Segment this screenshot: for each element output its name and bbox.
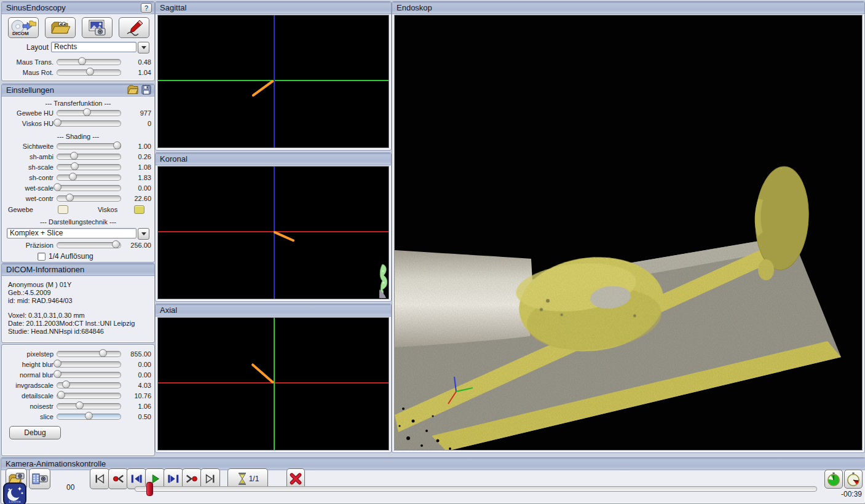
- slider-thumb[interactable]: [83, 108, 91, 116]
- technique-row: Komplex + Slice: [2, 227, 154, 238]
- slider-track[interactable]: [57, 143, 121, 149]
- slider-track[interactable]: [57, 185, 121, 191]
- slider-track[interactable]: [57, 69, 121, 76]
- slider-row: height blur 0.00: [2, 360, 154, 369]
- slider-row: pixelstep 855.00: [2, 349, 154, 359]
- slider-thumb[interactable]: [62, 380, 70, 388]
- technique-dropdown-value[interactable]: Komplex + Slice: [7, 228, 136, 238]
- record-forward-icon: [185, 472, 199, 486]
- slider-value: 0: [124, 120, 151, 127]
- slider-value: 4.03: [124, 382, 151, 389]
- slider-track[interactable]: [57, 351, 121, 357]
- slider-row: invgradscale 4.03: [2, 380, 154, 390]
- slider-thumb[interactable]: [112, 240, 120, 248]
- mouse-sliders: Maus Trans. 0.48 Maus Rot. 1.04: [2, 52, 154, 77]
- debug-button[interactable]: Debug: [9, 426, 61, 439]
- record-movie-button[interactable]: [29, 468, 50, 489]
- slider-track[interactable]: [57, 154, 121, 160]
- slider-track[interactable]: [57, 372, 121, 378]
- axial-title: Axial: [160, 305, 177, 315]
- luxinia-logo: Luxinia: [3, 482, 26, 504]
- slider-row: sh-ambi 0.26: [2, 152, 154, 162]
- slider-track[interactable]: [57, 195, 121, 202]
- timer-elapsed-button[interactable]: [824, 470, 843, 489]
- slider-track[interactable]: [57, 382, 121, 388]
- gewebe-color-button[interactable]: [58, 205, 68, 214]
- slider-thumb[interactable]: [53, 370, 61, 378]
- settings-panel: Einstellungen --- Transferfunktion --- G…: [1, 84, 155, 262]
- slider-row: wet-contr 22.60: [2, 194, 154, 203]
- slider-label: Maus Trans.: [2, 58, 53, 66]
- slider-value: 1.83: [124, 174, 151, 181]
- skip-start-icon: [93, 472, 106, 486]
- slider-track[interactable]: [57, 403, 121, 409]
- slider-value: 977: [124, 109, 151, 117]
- timer-red-icon: [847, 472, 860, 487]
- main-panel-titlebar: SinusEndoscopy ?: [2, 2, 154, 14]
- slider-label: normal blur: [2, 371, 53, 379]
- slider-track[interactable]: [57, 393, 121, 399]
- slider-row: Präzision 256.00: [2, 240, 154, 250]
- save-image-button[interactable]: [82, 17, 113, 38]
- koronal-viewport[interactable]: [157, 166, 389, 299]
- technique-dropdown-arrow-button[interactable]: [138, 228, 149, 240]
- slider-track[interactable]: [57, 414, 121, 420]
- endoscope-viewport[interactable]: [394, 15, 863, 451]
- slider-thumb[interactable]: [86, 68, 94, 76]
- slider-track[interactable]: [57, 59, 121, 65]
- help-button[interactable]: ?: [141, 3, 152, 13]
- slider-thumb[interactable]: [66, 194, 74, 202]
- slider-thumb[interactable]: [70, 152, 78, 160]
- slider-track[interactable]: [57, 242, 121, 248]
- slider-value: 0.26: [124, 153, 151, 160]
- slider-thumb[interactable]: [85, 412, 93, 420]
- layout-label: Layout: [2, 43, 51, 52]
- record-back-button[interactable]: [108, 468, 128, 489]
- slider-thumb[interactable]: [57, 391, 65, 399]
- slider-row: Maus Rot. 1.04: [2, 68, 154, 77]
- skip-start-button[interactable]: [90, 468, 109, 489]
- animation-title: Kamera-Animationskontrolle: [6, 459, 106, 468]
- timeline-playhead[interactable]: [146, 482, 153, 496]
- animation-panel: Kamera-Animationskontrolle: [1, 457, 865, 504]
- render-fragment: [374, 262, 389, 299]
- slider-track[interactable]: [57, 164, 121, 170]
- slider-thumb[interactable]: [69, 173, 77, 181]
- quarter-resolution-checkbox[interactable]: [38, 253, 45, 261]
- slider-thumb[interactable]: [99, 349, 107, 357]
- layout-dropdown[interactable]: Rechts: [51, 42, 149, 52]
- slider-thumb[interactable]: [71, 162, 79, 170]
- technique-dropdown[interactable]: Komplex + Slice: [7, 228, 149, 238]
- timer-remaining-button[interactable]: [844, 470, 863, 489]
- slider-thumb[interactable]: [53, 360, 61, 368]
- slider-thumb[interactable]: [76, 401, 84, 409]
- viskos-color-button[interactable]: [134, 205, 144, 214]
- open-file-button[interactable]: [45, 17, 76, 38]
- layout-dropdown-value[interactable]: Rechts: [51, 42, 136, 52]
- slider-thumb[interactable]: [78, 57, 86, 65]
- timeline-slider[interactable]: [135, 486, 817, 492]
- slider-thumb[interactable]: [53, 119, 61, 127]
- slider-track[interactable]: [57, 120, 121, 127]
- svg-text:DICOM: DICOM: [12, 31, 29, 36]
- open-folder-icon: [50, 20, 71, 36]
- slider-thumb[interactable]: [113, 141, 121, 149]
- slider-track[interactable]: [57, 175, 121, 181]
- slider-thumb[interactable]: [53, 183, 61, 191]
- save-settings-button[interactable]: [141, 85, 151, 95]
- slider-value: 22.60: [124, 195, 151, 202]
- layout-dropdown-arrow-button[interactable]: [138, 42, 149, 53]
- step-back-icon: [130, 472, 143, 486]
- sagittal-viewport[interactable]: [157, 15, 389, 148]
- edit-annotation-button[interactable]: [119, 17, 149, 38]
- dicom-import-button[interactable]: DICOM: [8, 17, 39, 38]
- axial-viewport[interactable]: [157, 317, 389, 451]
- slider-track[interactable]: [57, 361, 121, 368]
- floppy-disk-icon: [141, 85, 151, 95]
- sagittal-title: Sagittal: [160, 3, 186, 12]
- load-settings-button[interactable]: [127, 85, 138, 95]
- section-shading: --- Shading ---: [2, 132, 154, 141]
- slider-track[interactable]: [57, 110, 121, 116]
- timeline-end-label: -00:39: [827, 490, 862, 498]
- resolution-row: 1/4 Auflösung: [2, 250, 154, 261]
